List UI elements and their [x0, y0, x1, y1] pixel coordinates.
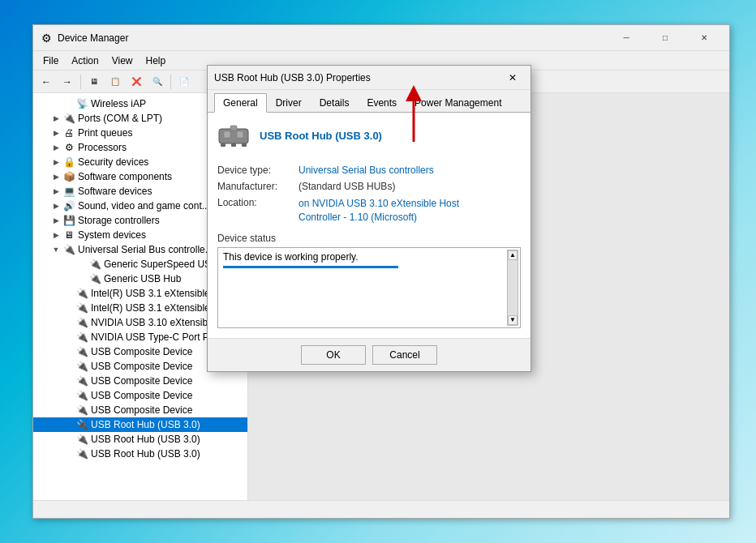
device-type-label: Device type: — [217, 165, 299, 176]
location-label: Location: — [217, 197, 299, 224]
device-status-box: This device is working properly. ▲ ▼ — [217, 247, 521, 328]
window-controls: ─ □ ✕ — [608, 25, 723, 51]
composite4-icon: 🔌 — [75, 389, 88, 402]
svg-rect-1 — [224, 131, 230, 138]
prop-location: Location: on NVIDIA USB 3.10 eXtensible … — [217, 197, 521, 224]
separator-2 — [170, 75, 171, 89]
dialog-footer: OK Cancel — [208, 338, 530, 371]
menu-file[interactable]: File — [37, 53, 65, 68]
expand-generic-ss[interactable] — [75, 258, 88, 271]
svg-rect-6 — [242, 143, 247, 147]
sw-components-icon: 📦 — [62, 170, 75, 183]
device-header: USB Root Hub (USB 3.0) — [217, 122, 521, 155]
tree-item-composite3[interactable]: 🔌 USB Composite Device — [33, 374, 247, 388]
ok-button[interactable]: OK — [301, 345, 366, 365]
tree-item-usb-root3[interactable]: 🔌 USB Root Hub (USB 3.0) — [33, 447, 247, 461]
nvidia-usb-icon: 🔌 — [75, 316, 88, 329]
maximize-button[interactable]: □ — [646, 25, 684, 51]
ports-icon: 🔌 — [62, 112, 75, 125]
tree-item-usb-root2[interactable]: 🔌 USB Root Hub (USB 3.0) — [33, 432, 247, 447]
expand-wireless[interactable] — [62, 97, 75, 110]
device-status-section: Device status This device is working pro… — [217, 233, 521, 328]
composite1-icon: 🔌 — [75, 345, 88, 358]
usb-root2-icon: 🔌 — [75, 433, 88, 446]
processors-icon: ⚙ — [62, 141, 75, 154]
expand-storage[interactable]: ▶ — [49, 214, 62, 227]
dialog-close-button[interactable]: ✕ — [501, 68, 524, 88]
intel-usb2-icon: 🔌 — [75, 301, 88, 314]
svg-rect-5 — [231, 143, 236, 147]
expand-ports[interactable]: ▶ — [49, 112, 62, 125]
expand-security[interactable]: ▶ — [49, 156, 62, 169]
svg-rect-3 — [230, 126, 237, 130]
usb-controllers-icon: 🔌 — [62, 243, 75, 256]
menu-view[interactable]: View — [105, 53, 140, 68]
device-status-text: This device is working properly. — [223, 251, 359, 263]
window-title: Device Manager — [58, 32, 608, 44]
device-icon-img — [217, 122, 250, 148]
prop-device-type: Device type: Universal Serial Bus contro… — [217, 165, 521, 176]
expand-sw-devices[interactable]: ▶ — [49, 185, 62, 198]
tree-item-usb-root1[interactable]: 🔌 USB Root Hub (USB 3.0) — [33, 417, 247, 432]
sw-devices-icon: 💻 — [62, 185, 75, 198]
view-button[interactable]: 📄 — [174, 73, 194, 91]
device-name: USB Root Hub (USB 3.0) — [260, 130, 382, 142]
storage-icon: 💾 — [62, 214, 75, 227]
tab-general[interactable]: General — [214, 93, 267, 113]
sound-icon: 🔊 — [62, 199, 75, 212]
uninstall-button[interactable]: ❌ — [127, 73, 146, 91]
manufacturer-label: Manufacturer: — [217, 181, 299, 192]
expand-generic-hub[interactable] — [75, 272, 88, 285]
expand-sw-components[interactable]: ▶ — [49, 170, 62, 183]
tab-driver[interactable]: Driver — [267, 93, 311, 113]
manufacturer-value: (Standard USB HUBs) — [299, 181, 395, 192]
tree-item-composite4[interactable]: 🔌 USB Composite Device — [33, 388, 247, 403]
system-icon: 🖥 — [62, 229, 75, 242]
scroll-track — [508, 260, 518, 315]
dialog-title-bar: USB Root Hub (USB 3.0) Properties ✕ — [208, 66, 530, 90]
menu-action[interactable]: Action — [65, 53, 105, 68]
tab-details[interactable]: Details — [311, 93, 359, 113]
location-value: on NVIDIA USB 3.10 eXtensible HostContro… — [299, 197, 459, 224]
tab-events[interactable]: Events — [358, 93, 406, 113]
expand-usb-controllers[interactable]: ▼ — [49, 243, 62, 256]
update-button[interactable]: 📋 — [105, 73, 125, 91]
composite5-icon: 🔌 — [75, 404, 88, 417]
expand-processors[interactable]: ▶ — [49, 141, 62, 154]
status-scrollbar[interactable]: ▲ ▼ — [507, 250, 518, 326]
status-bar — [33, 500, 729, 518]
app-icon: ⚙ — [40, 32, 53, 45]
composite2-icon: 🔌 — [75, 360, 88, 373]
scan-button[interactable]: 🔍 — [148, 73, 167, 91]
status-progress-bar — [223, 266, 398, 268]
properties-button[interactable]: 🖥 — [84, 73, 104, 91]
tree-item-composite5[interactable]: 🔌 USB Composite Device — [33, 403, 247, 417]
svg-rect-0 — [219, 129, 248, 143]
svg-rect-4 — [221, 143, 226, 147]
menu-help[interactable]: Help — [140, 53, 173, 68]
usb-root1-icon: 🔌 — [75, 418, 88, 431]
back-button[interactable]: ← — [37, 73, 56, 91]
cancel-button[interactable]: Cancel — [372, 345, 437, 365]
usb-hub-svg — [217, 122, 250, 148]
generic-hub-icon: 🔌 — [88, 272, 101, 285]
expand-print[interactable]: ▶ — [49, 126, 62, 139]
nvidia-typec-icon: 🔌 — [75, 331, 88, 344]
prop-manufacturer: Manufacturer: (Standard USB HUBs) — [217, 181, 521, 192]
properties-dialog: USB Root Hub (USB 3.0) Properties ✕ Gene… — [207, 65, 531, 372]
expand-sound[interactable]: ▶ — [49, 199, 62, 212]
security-icon: 🔒 — [62, 156, 75, 169]
minimize-button[interactable]: ─ — [608, 25, 645, 51]
forward-button[interactable]: → — [58, 73, 77, 91]
expand-system[interactable]: ▶ — [49, 229, 62, 242]
scroll-up[interactable]: ▲ — [508, 250, 518, 260]
close-button[interactable]: ✕ — [685, 25, 723, 51]
tab-power-management[interactable]: Power Management — [406, 93, 510, 113]
dialog-body: USB Root Hub (USB 3.0) Device type: Univ… — [208, 113, 530, 338]
dialog-title: USB Root Hub (USB 3.0) Properties — [214, 72, 501, 83]
device-status-label: Device status — [217, 233, 521, 244]
svg-rect-2 — [237, 131, 243, 138]
scroll-down[interactable]: ▼ — [508, 315, 518, 325]
wireless-icon: 📡 — [75, 97, 88, 110]
separator-1 — [80, 75, 81, 89]
